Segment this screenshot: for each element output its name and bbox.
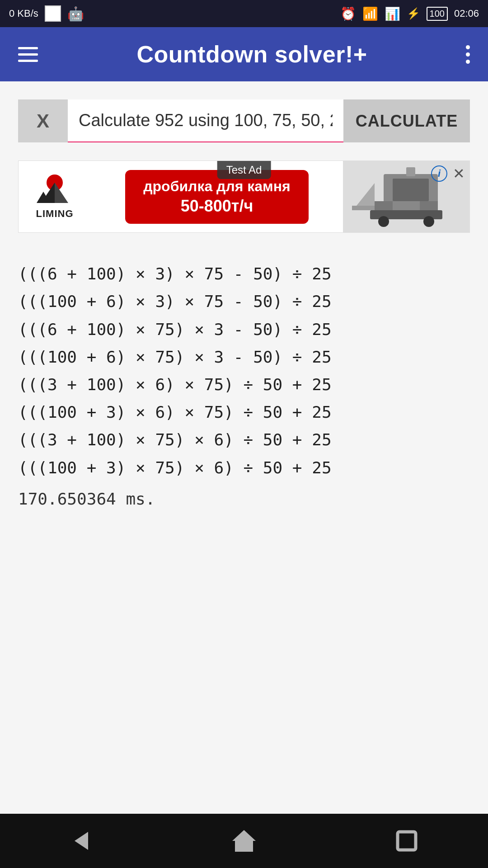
svg-rect-16 (398, 832, 416, 850)
result-line-6: (((100 + 3) × 6) × 75) ÷ 50 + 25 (18, 398, 470, 426)
main-content: X CALCULATE LIMING дробилка для камня (0, 81, 488, 814)
alarm-icon: ⏰ (340, 6, 356, 21)
svg-point-10 (423, 216, 434, 227)
app-bar: Countdown solver!+ (0, 27, 488, 81)
ad-info-button[interactable]: i (431, 165, 447, 182)
svg-marker-15 (232, 830, 256, 852)
result-line-8: (((100 + 3) × 75) × 6) ÷ 50 + 25 (18, 454, 470, 481)
status-left: 0 KB/s 🤖 (9, 5, 84, 22)
ad-banner: LIMING дробилка для камня 50-800т/ч (18, 160, 470, 233)
liming-logo-icon (37, 174, 73, 205)
recents-icon (393, 827, 420, 854)
android-icon: 🤖 (67, 6, 84, 22)
svg-point-9 (378, 216, 389, 227)
ad-controls: i ✕ (431, 165, 465, 182)
ad-logo-text: LIMING (36, 208, 74, 220)
time-display: 02:06 (454, 8, 479, 19)
result-line-1: (((6 + 100) × 3) × 75 - 50) ÷ 25 (18, 260, 470, 288)
svg-marker-12 (357, 183, 375, 206)
ad-logo: LIMING (19, 161, 91, 232)
input-row: X CALCULATE (18, 99, 470, 142)
data-speed: 0 KB/s (9, 8, 38, 19)
overflow-menu-button[interactable] (466, 45, 470, 64)
ad-test-label: Test Ad (217, 161, 271, 179)
result-line-3: (((6 + 100) × 75) × 3 - 50) ÷ 25 (18, 316, 470, 343)
home-nav-button[interactable] (230, 827, 258, 854)
app-title: Countdown solver!+ (136, 41, 367, 68)
white-square-icon (45, 5, 61, 22)
problem-input[interactable] (79, 108, 333, 132)
status-bar: 0 KB/s 🤖 ⏰ 📶 📊 ⚡ 100 02:06 (0, 0, 488, 27)
svg-rect-13 (352, 206, 375, 210)
recents-nav-button[interactable] (393, 827, 420, 854)
back-icon (68, 827, 95, 854)
calculate-button[interactable]: CALCULATE (343, 99, 470, 142)
result-line-5: (((3 + 100) × 6) × 75) ÷ 50 + 25 (18, 371, 470, 398)
status-right: ⏰ 📶 📊 ⚡ 100 02:06 (340, 6, 479, 21)
ad-text-line1: дробилка для камня (143, 178, 291, 195)
result-line-2: (((100 + 6) × 3) × 75 - 50) ÷ 25 (18, 288, 470, 315)
lightning-icon: ⚡ (407, 7, 420, 20)
bottom-nav-bar (0, 814, 488, 868)
result-timing: 170.650364 ms. (18, 485, 470, 513)
hamburger-menu-button[interactable] (18, 47, 38, 62)
ad-text-line2: 50-800т/ч (181, 197, 253, 216)
svg-rect-11 (406, 167, 415, 176)
svg-rect-5 (393, 179, 429, 201)
back-nav-button[interactable] (68, 827, 95, 854)
result-line-7: (((3 + 100) × 75) × 6) ÷ 50 + 25 (18, 426, 470, 453)
ad-close-button[interactable]: ✕ (453, 166, 465, 181)
input-field-wrap (68, 99, 343, 142)
result-line-4: (((100 + 6) × 75) × 3 - 50) ÷ 25 (18, 343, 470, 371)
results-container: (((6 + 100) × 3) × 75 - 50) ÷ 25 (((100 … (18, 251, 470, 531)
svg-marker-14 (75, 832, 88, 850)
wifi-icon: 📶 (362, 6, 378, 21)
clear-button[interactable]: X (18, 99, 68, 142)
battery-indicator: 100 (427, 7, 448, 21)
ad-red-pill: дробилка для камня 50-800т/ч (125, 170, 309, 224)
signal-icon: 📊 (385, 6, 400, 21)
home-icon (230, 827, 258, 854)
